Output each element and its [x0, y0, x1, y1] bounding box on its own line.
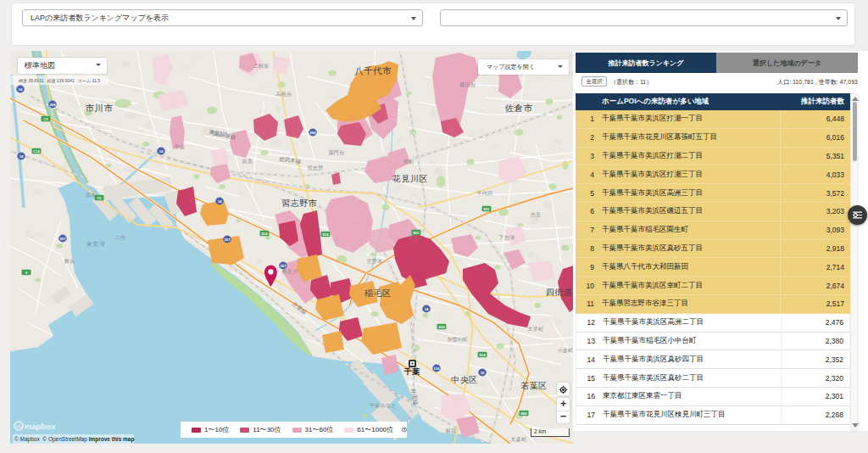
- svg-text:大草町: 大草町: [528, 326, 544, 332]
- svg-text:16: 16: [481, 371, 485, 375]
- svg-text:佐倉市: 佐倉市: [505, 103, 533, 113]
- svg-text:mapbox: mapbox: [25, 422, 56, 431]
- svg-text:蘇我: 蘇我: [446, 428, 457, 434]
- svg-text:総武本線: 総武本線: [278, 155, 302, 165]
- svg-text:吉見: 吉見: [531, 212, 542, 218]
- svg-text:14: 14: [19, 154, 24, 159]
- svg-text:C3: C3: [43, 117, 48, 121]
- svg-text:加曽利町: 加曽利町: [447, 336, 468, 343]
- svg-text:357: 357: [225, 238, 231, 242]
- svg-text:m: m: [16, 423, 21, 429]
- svg-text:14: 14: [19, 87, 23, 92]
- svg-text:中央区: 中央区: [451, 375, 478, 384]
- svg-text:357: 357: [60, 237, 67, 241]
- svg-text:357: 357: [281, 264, 287, 268]
- svg-text:千葉みなと: 千葉みなと: [369, 402, 397, 408]
- svg-text:E51: E51: [413, 231, 420, 235]
- svg-text:京葉線: 京葉線: [292, 300, 309, 316]
- svg-text:E14: E14: [479, 353, 486, 357]
- svg-text:千葉: 千葉: [403, 367, 421, 376]
- svg-text:外房線: 外房線: [410, 388, 419, 405]
- svg-text:千代田: 千代田: [476, 190, 493, 197]
- svg-text:中山: 中山: [175, 144, 186, 149]
- svg-text:若葉区: 若葉区: [520, 381, 548, 390]
- svg-text:298: 298: [50, 103, 57, 107]
- svg-text:宮野木: 宮野木: [367, 258, 383, 265]
- svg-text:習志野: 習志野: [308, 165, 324, 171]
- svg-text:二俣: 二俣: [115, 235, 126, 240]
- svg-text:C14: C14: [33, 149, 40, 154]
- svg-text:C3: C3: [97, 196, 102, 200]
- svg-text:前原: 前原: [242, 158, 253, 164]
- svg-text:14: 14: [159, 149, 164, 154]
- svg-text:東葉高速線: 東葉高速線: [209, 128, 237, 140]
- svg-text:E14: E14: [261, 232, 268, 236]
- svg-text:E82: E82: [520, 411, 527, 416]
- svg-text:E14: E14: [438, 325, 445, 329]
- svg-text:小倉町: 小倉町: [558, 347, 573, 353]
- svg-text:実籾: 実籾: [403, 159, 415, 165]
- svg-text:二和東: 二和東: [253, 63, 270, 69]
- svg-text:136: 136: [434, 366, 441, 371]
- svg-text:習志野市: 習志野市: [281, 199, 318, 208]
- svg-text:市川市: 市川市: [86, 103, 114, 113]
- svg-text:E14: E14: [322, 232, 329, 237]
- svg-text:296: 296: [310, 131, 317, 135]
- svg-text:E51: E51: [483, 207, 490, 211]
- svg-text:八千代市: 八千代市: [354, 65, 392, 76]
- svg-text:14: 14: [218, 199, 222, 204]
- svg-text:薬円台: 薬円台: [329, 150, 345, 156]
- svg-text:大日: 大日: [409, 234, 420, 241]
- svg-text:花見川区: 花見川区: [392, 174, 428, 183]
- svg-text:大森町: 大森町: [511, 436, 527, 442]
- svg-text:稲毛区: 稲毛区: [364, 288, 392, 298]
- svg-text:下志津: 下志津: [499, 235, 515, 240]
- svg-text:舞浜: 舞浜: [64, 259, 75, 264]
- svg-text:勝田台: 勝田台: [460, 81, 476, 88]
- svg-text:原木: 原木: [86, 192, 97, 198]
- svg-text:東京湾: 東京湾: [86, 241, 106, 248]
- svg-text:四街道市: 四街道市: [546, 288, 573, 297]
- svg-text:高根台: 高根台: [276, 91, 292, 98]
- svg-text:14: 14: [425, 307, 429, 311]
